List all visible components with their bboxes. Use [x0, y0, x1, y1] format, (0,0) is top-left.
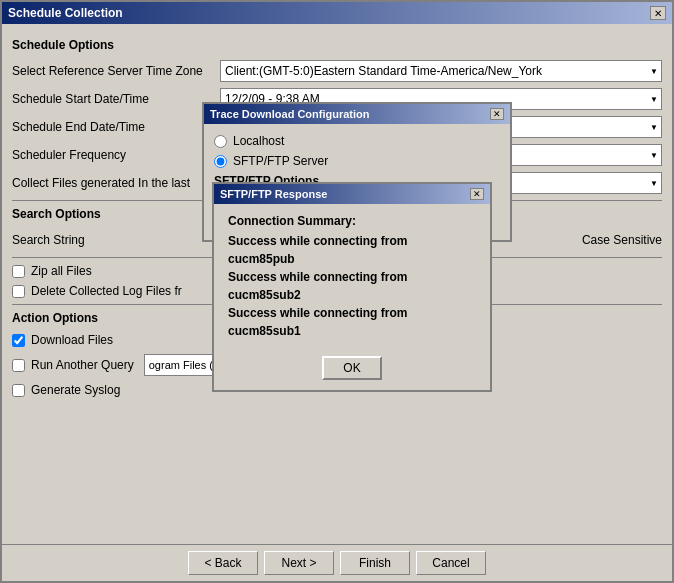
zip-files-label: Zip all Files — [31, 264, 92, 278]
sftp-server-radio[interactable] — [214, 155, 227, 168]
download-files-label: Download Files — [31, 333, 113, 347]
main-window: Schedule Collection ✕ Schedule Options S… — [0, 0, 674, 583]
generate-syslog-label: Generate Syslog — [31, 383, 120, 397]
trace-download-title: Trace Download Configuration — [210, 108, 370, 120]
title-bar: Schedule Collection ✕ — [2, 2, 672, 24]
window-title: Schedule Collection — [8, 6, 123, 20]
start-datetime-label: Schedule Start Date/Time — [12, 92, 212, 106]
connection-line-2: Success while connecting from cucm85sub2 — [228, 268, 476, 304]
timezone-label: Select Reference Server Time Zone — [12, 64, 212, 78]
finish-button[interactable]: Finish — [340, 551, 410, 575]
sftp-response-title-bar: SFTP/FTP Response ✕ — [214, 184, 490, 204]
generate-syslog-checkbox[interactable] — [12, 384, 25, 397]
case-sensitive-label: Case Sensitive — [582, 233, 662, 247]
trace-download-close-button[interactable]: ✕ — [490, 108, 504, 120]
timezone-select-wrapper: Client:(GMT-5:0)Eastern Standard Time-Am… — [220, 60, 662, 82]
connection-line-1: Success while connecting from cucm85pub — [228, 232, 476, 268]
localhost-radio[interactable] — [214, 135, 227, 148]
download-files-checkbox[interactable] — [12, 334, 25, 347]
bottom-bar: < Back Next > Finish Cancel — [2, 544, 672, 581]
cancel-button[interactable]: Cancel — [416, 551, 486, 575]
frequency-label: Scheduler Frequency — [12, 148, 212, 162]
trace-download-title-bar: Trace Download Configuration ✕ — [204, 104, 510, 124]
sftp-response-dialog: SFTP/FTP Response ✕ Connection Summary: … — [212, 182, 492, 392]
timezone-select[interactable]: Client:(GMT-5:0)Eastern Standard Time-Am… — [220, 60, 662, 82]
end-datetime-label: Schedule End Date/Time — [12, 120, 212, 134]
connection-line-3: Success while connecting from cucm85sub1 — [228, 304, 476, 340]
delete-logs-label: Delete Collected Log Files fr — [31, 284, 182, 298]
sftp-server-radio-row: SFTP/FTP Server — [214, 154, 500, 168]
localhost-radio-row: Localhost — [214, 134, 500, 148]
sftp-response-body: Connection Summary: Success while connec… — [214, 204, 490, 350]
next-button[interactable]: Next > — [264, 551, 334, 575]
collect-files-label: Collect Files generated In the last — [12, 176, 212, 190]
sftp-ok-button[interactable]: OK — [322, 356, 382, 380]
run-another-query-checkbox[interactable] — [12, 359, 25, 372]
search-string-label: Search String — [12, 233, 212, 247]
schedule-options-header: Schedule Options — [12, 38, 662, 52]
sftp-server-label: SFTP/FTP Server — [233, 154, 328, 168]
sftp-response-close-button[interactable]: ✕ — [470, 188, 484, 200]
sftp-response-title: SFTP/FTP Response — [220, 188, 327, 200]
zip-files-checkbox[interactable] — [12, 265, 25, 278]
run-another-query-label: Run Another Query — [31, 358, 134, 372]
localhost-label: Localhost — [233, 134, 284, 148]
back-button[interactable]: < Back — [188, 551, 258, 575]
sftp-response-footer: OK — [214, 350, 490, 390]
timezone-row: Select Reference Server Time Zone Client… — [12, 60, 662, 82]
connection-summary-title: Connection Summary: — [228, 214, 476, 228]
window-close-button[interactable]: ✕ — [650, 6, 666, 20]
delete-logs-checkbox[interactable] — [12, 285, 25, 298]
